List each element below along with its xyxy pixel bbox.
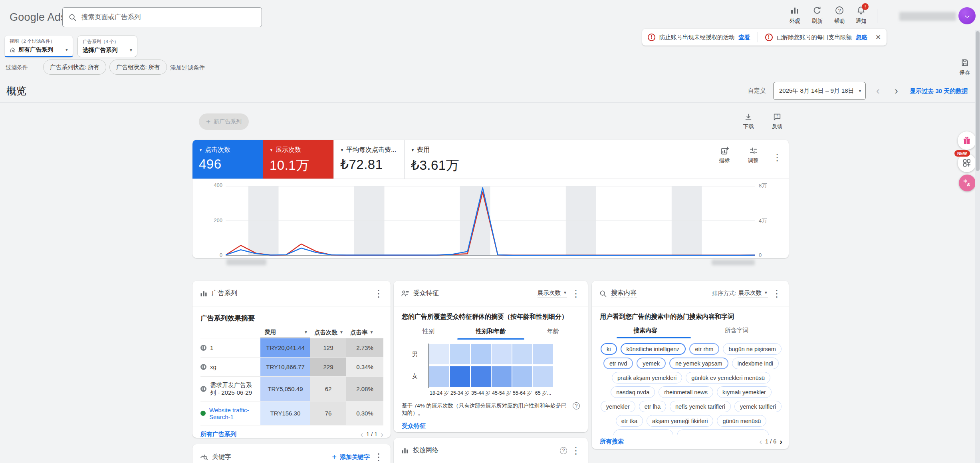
table-row[interactable]: 1TRY20,041.441292.73% xyxy=(200,338,383,357)
chart-card-menu-icon[interactable]: ⋮ xyxy=(772,153,782,162)
scorecard-cost[interactable]: ▼费用₺3.61万 xyxy=(405,140,475,179)
global-search-box[interactable]: 搜索页面或广告系列 xyxy=(62,7,262,27)
filter-chip-adgroup-status[interactable]: 广告组状态: 所有 xyxy=(109,60,167,75)
sort-caret-icon: ▼ xyxy=(370,330,374,334)
search-term-chip[interactable]: bugün ne pişirsem xyxy=(723,343,782,355)
search-term-chip[interactable]: etr tka xyxy=(616,415,643,427)
search-term-chip[interactable]: rheinmetall news xyxy=(659,386,713,398)
toast-close-icon[interactable]: ✕ xyxy=(875,33,881,42)
search-term-chip[interactable]: nefis yemek tarifleri xyxy=(670,401,731,412)
scorecard-label: ▼展示次数 xyxy=(270,146,327,154)
page-prev-chevron[interactable]: ‹ xyxy=(360,430,363,438)
save-button[interactable]: 保存 xyxy=(954,58,976,76)
nav-refresh[interactable]: 刷新 xyxy=(806,6,828,25)
search-term-chip[interactable]: etr rhm xyxy=(689,343,720,355)
all-campaigns-link[interactable]: 所有广告系列 xyxy=(200,431,236,438)
search-term-chip[interactable]: yemekler xyxy=(601,401,635,412)
column-header-ctr[interactable]: 点击率▼ xyxy=(346,328,383,338)
view-picker[interactable]: 视图（2 个过滤条件） 所有广告系列 ▼ xyxy=(5,36,73,57)
date-prev-chevron[interactable]: ‹ xyxy=(876,85,880,96)
search-term-chip[interactable]: akşam yemeği fikirleri xyxy=(647,415,713,427)
all-searches-link[interactable]: 所有搜索 xyxy=(600,438,624,445)
keywords-card-menu-icon[interactable]: ⋮ xyxy=(374,452,383,462)
campaign-name[interactable]: Website traffic-Search-1 xyxy=(209,407,257,420)
toast-ignore-link[interactable]: 忽略 xyxy=(856,34,867,41)
tab-search-terms[interactable]: 搜索内容 xyxy=(600,327,691,334)
page-next-chevron[interactable]: › xyxy=(381,430,383,438)
demographics-link[interactable]: 受众特征 xyxy=(402,422,426,430)
heatmap-col-label: 18-24 岁 xyxy=(429,390,450,397)
bar-chart-icon xyxy=(200,290,208,298)
feedback-button[interactable]: ! 反馈 xyxy=(767,113,788,130)
download-button[interactable]: 下载 xyxy=(738,113,759,130)
scrollbar-track[interactable] xyxy=(975,30,980,463)
page-next-chevron[interactable]: › xyxy=(780,437,782,445)
campaign-picker[interactable]: 广告系列（4 个） 选择广告系列 ▼ xyxy=(77,36,137,57)
search-term-chip[interactable]: ne yemek yapsam xyxy=(669,358,728,369)
new-campaign-button[interactable]: + 新广告系列 xyxy=(199,113,249,130)
date-range-picker[interactable]: 2025年 8月 14日 – 9月 18日 ▼ xyxy=(773,82,866,100)
scrollbar-thumb[interactable] xyxy=(976,31,980,171)
date-next-chevron[interactable]: › xyxy=(895,85,898,96)
nav-notifications[interactable]: ! 通知 xyxy=(850,6,872,25)
adjust-button[interactable]: 调整 xyxy=(742,146,764,164)
help-icon[interactable]: ? xyxy=(560,447,567,454)
toast-view-link[interactable]: 查看 xyxy=(739,34,750,41)
demographics-card-menu-icon[interactable]: ⋮ xyxy=(571,289,581,298)
add-keywords-button[interactable]: + 添加关键字 xyxy=(332,453,370,461)
search-term-chip[interactable]: ki xyxy=(601,343,617,355)
search-term-chip[interactable]: etr nvd xyxy=(603,358,633,369)
paused-status-icon xyxy=(200,345,206,351)
plus-icon: + xyxy=(206,118,210,125)
table-row[interactable]: xgTRY10,866.772290.34% xyxy=(200,357,383,376)
scorecard-avg-cpc[interactable]: ▼平均每次点击费...₺72.81 xyxy=(334,140,405,179)
nav-help[interactable]: ? 帮助 xyxy=(828,6,851,25)
heatmap-cell xyxy=(470,366,491,387)
search-term-chip[interactable]: kıymalı yemekler xyxy=(717,386,772,398)
networks-card-menu-icon[interactable]: ⋮ xyxy=(571,446,581,455)
search-term-chip[interactable]: künstliche intelligenz xyxy=(621,343,686,355)
search-term-chip[interactable]: pratik akşam yemekleri xyxy=(612,372,682,384)
search-term-chip[interactable]: etr lha xyxy=(639,401,666,412)
sort-dropdown[interactable]: 展示次数 ▼ xyxy=(738,289,768,298)
help-icon[interactable]: ? xyxy=(573,402,580,409)
notification-badge: ! xyxy=(862,3,869,10)
scorecard-clicks[interactable]: ▼点击次数496 xyxy=(192,140,263,179)
search-terms-card-menu-icon[interactable]: ⋮ xyxy=(772,289,782,298)
svg-text:!: ! xyxy=(776,114,778,118)
search-term-chip[interactable]: indexbme indi xyxy=(732,358,779,369)
table-row[interactable]: 需求开发广告系列 - 2025-06-29TRY5,050.49622.08% xyxy=(200,376,383,401)
show-last-30-days-link[interactable]: 显示过去 30 天的数据 xyxy=(910,87,968,95)
page-prev-chevron[interactable]: ‹ xyxy=(759,437,762,445)
translate-button[interactable]: 中A xyxy=(959,175,976,191)
tab-age[interactable]: 年龄 xyxy=(526,328,580,335)
search-term-chip[interactable]: günün menüsü xyxy=(717,415,766,427)
campaigns-card-menu-icon[interactable]: ⋮ xyxy=(374,289,383,298)
scorecard-impressions[interactable]: ▼展示次数10.1万 xyxy=(263,140,334,179)
filter-chip-campaign-status[interactable]: 广告系列状态: 所有 xyxy=(43,60,106,75)
search-term-chip-partial[interactable] xyxy=(677,429,769,435)
search-term-chip[interactable]: nasdaq nvda xyxy=(611,386,655,398)
save-icon xyxy=(960,58,969,67)
search-term-chip[interactable]: günlük ev yemekleri menüsü xyxy=(686,372,770,384)
tab-gender-age[interactable]: 性别和年龄 xyxy=(455,328,526,335)
metrics-button[interactable]: 指标 xyxy=(714,146,735,164)
column-header-cost[interactable]: 费用▼ xyxy=(260,328,310,338)
column-header-clicks[interactable]: 点击次数▼ xyxy=(310,328,346,338)
nav-appearance[interactable]: 外观 xyxy=(784,6,806,25)
search-term-chip-partial[interactable] xyxy=(613,429,673,435)
table-row[interactable]: Website traffic-Search-1TRY156.30760.30% xyxy=(200,401,383,425)
account-avatar[interactable] xyxy=(958,7,976,24)
tab-gender[interactable]: 性别 xyxy=(402,328,455,335)
add-filter-button[interactable]: 添加过滤条件 xyxy=(170,64,205,72)
search-term-chip[interactable]: yemek tarifleri xyxy=(734,401,782,412)
demographics-metric-dropdown[interactable]: 展示次数 ▼ xyxy=(538,289,567,298)
google-ads-logo[interactable]: Google Ads xyxy=(10,11,66,24)
tab-contained-words[interactable]: 所含字词 xyxy=(691,327,783,334)
scorecard-label: ▼平均每次点击费... xyxy=(340,146,398,154)
promo-gift-button[interactable] xyxy=(958,131,976,150)
scorecard-value: ₺72.81 xyxy=(340,157,398,172)
y-axis-tick-right: 4万 xyxy=(759,217,767,225)
search-term-chip[interactable]: yemek xyxy=(637,358,666,369)
scorecards-row: ▼点击次数496▼展示次数10.1万▼平均每次点击费...₺72.81▼费用₺3… xyxy=(192,140,789,179)
